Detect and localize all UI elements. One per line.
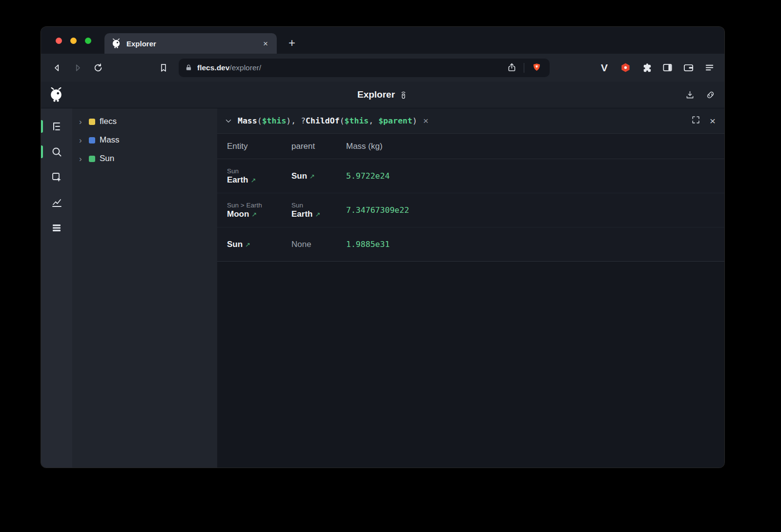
query-header-actions: × <box>691 115 716 126</box>
query-result-table: Entity parent Mass (kg) Sun Earth ↗ <box>217 134 724 262</box>
tab-close-icon[interactable]: × <box>261 39 270 49</box>
entity-link[interactable]: Earth <box>291 209 312 219</box>
entity-color-swatch <box>89 156 95 162</box>
wallet-icon <box>683 62 694 73</box>
sidebar-table-button[interactable] <box>47 218 66 238</box>
icon-sidebar <box>41 108 72 468</box>
reload-icon <box>93 62 103 73</box>
flecs-logo <box>49 87 63 102</box>
app-body: › flecs › Mass › Sun <box>41 108 724 468</box>
sidebar-toggle-button[interactable] <box>660 61 675 75</box>
chevron-right-icon[interactable]: › <box>79 118 84 126</box>
extensions-button[interactable] <box>639 61 654 75</box>
divider <box>524 63 524 73</box>
close-panel-button[interactable]: × <box>710 116 716 126</box>
entity-cell: Sun Earth ↗ <box>227 163 291 189</box>
link-icon <box>705 90 716 100</box>
tree-item-flecs[interactable]: › flecs <box>72 112 217 131</box>
app-title-wrap: Explorer <box>41 89 724 100</box>
goto-arrow-icon[interactable]: ↗ <box>250 177 256 184</box>
hexagon-extension-icon <box>620 62 631 73</box>
flecs-explorer-app: Explorer <box>41 82 724 468</box>
column-header-mass: Mass (kg) <box>346 142 724 151</box>
query-token: ( <box>340 116 345 125</box>
wallet-button[interactable] <box>681 61 696 75</box>
reload-button[interactable] <box>89 59 107 77</box>
chevron-right-icon[interactable]: › <box>79 155 84 163</box>
chevron-right-icon[interactable]: › <box>79 136 84 144</box>
goto-arrow-icon[interactable]: ↗ <box>315 211 320 218</box>
sidebar-icon <box>662 62 673 73</box>
hamburger-menu-icon <box>704 62 715 73</box>
puzzle-icon <box>641 62 652 73</box>
tab-title: Explorer <box>126 40 261 48</box>
share-link-button[interactable] <box>704 88 717 101</box>
query-token: ), <box>286 116 301 125</box>
active-panel-indicator <box>41 145 43 158</box>
window-minimize-button[interactable] <box>70 38 77 44</box>
mass-value: 1.9885e31 <box>346 240 720 249</box>
sidebar-search-button[interactable] <box>47 142 66 162</box>
download-icon <box>685 90 695 100</box>
sidebar-stats-button[interactable] <box>47 193 66 212</box>
app-title: Explorer <box>357 89 395 100</box>
entity-link[interactable]: Sun <box>227 240 243 249</box>
back-button[interactable] <box>48 59 66 77</box>
fullscreen-button[interactable] <box>691 115 700 126</box>
query-header: Mass($this), ?ChildOf($this, $parent) × … <box>217 108 724 134</box>
entity-link[interactable]: Sun <box>291 171 307 181</box>
query-token: ChildOf <box>306 116 340 125</box>
share-button[interactable] <box>504 61 519 75</box>
download-button[interactable] <box>683 88 696 101</box>
tree-outline-icon <box>51 121 62 132</box>
flecs-favicon <box>111 39 121 48</box>
tree-item-label: Mass <box>100 135 120 145</box>
inspect-icon <box>51 171 62 183</box>
query-expression[interactable]: Mass($this), ?ChildOf($this, $parent) <box>238 116 417 125</box>
entity-path: Sun <box>227 167 288 175</box>
vue-devtools-extension-button[interactable]: V <box>597 61 612 75</box>
line-chart-icon <box>51 197 62 208</box>
parent-cell: None <box>291 235 346 254</box>
tree-item-mass[interactable]: › Mass <box>72 131 217 149</box>
goto-arrow-icon[interactable]: ↗ <box>245 241 250 248</box>
parent-cell: Sun Earth ↗ <box>291 197 346 224</box>
sidebar-inspect-button[interactable] <box>47 167 66 187</box>
app-header: Explorer <box>41 82 724 108</box>
query-token: ? <box>301 116 306 125</box>
brave-shield-button[interactable] <box>529 61 544 75</box>
bookmark-button[interactable] <box>154 59 173 77</box>
query-clear-button[interactable]: × <box>423 116 429 125</box>
query-token: ) <box>412 116 417 125</box>
tree-item-label: flecs <box>100 117 117 126</box>
browser-tab-explorer[interactable]: Explorer × <box>104 33 277 54</box>
goto-arrow-icon[interactable]: ↗ <box>251 211 257 218</box>
parent-cell: Sun ↗ <box>291 167 346 185</box>
window-close-button[interactable] <box>56 38 62 44</box>
brave-shield-icon <box>532 62 542 73</box>
menu-button[interactable] <box>702 61 717 75</box>
tab-strip: Explorer × + <box>41 27 724 54</box>
collapse-query-button[interactable] <box>222 115 235 127</box>
query-panel: Mass($this), ?ChildOf($this, $parent) × … <box>217 108 724 468</box>
window-zoom-button[interactable] <box>85 38 91 44</box>
chevron-down-icon <box>224 117 233 125</box>
url-path: /explorer/ <box>229 63 261 72</box>
connection-icon <box>399 90 408 100</box>
tree-item-sun[interactable]: › Sun <box>72 149 217 168</box>
goto-arrow-icon[interactable]: ↗ <box>309 173 315 180</box>
sidebar-tree-button[interactable] <box>47 117 66 136</box>
table-row: Sun Earth ↗ Sun ↗ <box>217 159 724 193</box>
query-token: $this <box>262 116 287 125</box>
entity-link[interactable]: Moon <box>227 209 249 219</box>
entity-link[interactable]: Earth <box>227 175 248 185</box>
desktop-background: Explorer × + <box>0 0 781 532</box>
query-token: $this <box>345 116 369 125</box>
forward-button[interactable] <box>68 59 87 77</box>
bookmark-icon <box>158 62 169 73</box>
hexagon-extension-button[interactable] <box>618 61 633 75</box>
parent-none-value: None <box>291 240 342 249</box>
url-bar[interactable]: flecs.dev/explorer/ <box>179 59 550 77</box>
new-tab-button[interactable]: + <box>285 36 299 50</box>
fullscreen-icon <box>691 115 700 124</box>
